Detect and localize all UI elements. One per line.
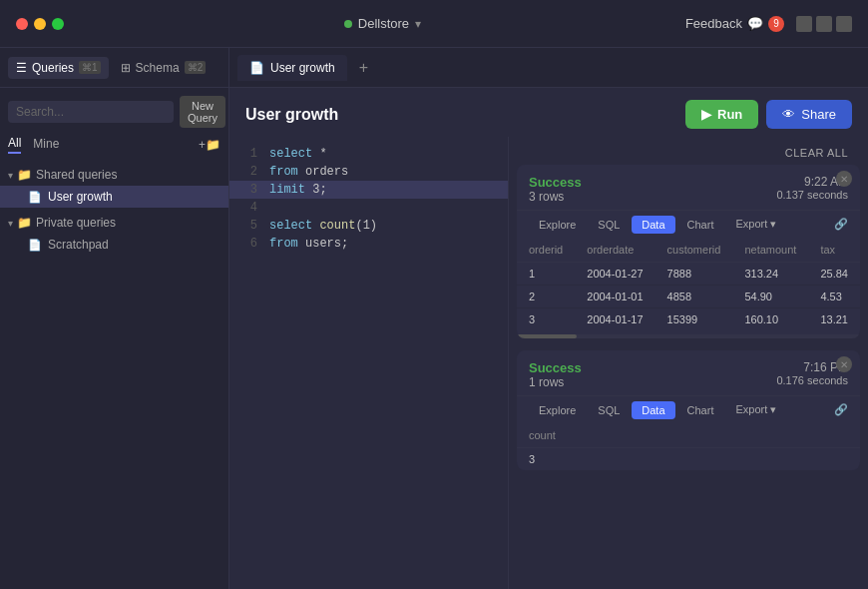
header-buttons: ▶ Run 👁 Share [685,100,852,129]
sidebar-tab-schema[interactable]: ⊞ Schema ⌘2 [113,57,215,79]
code-line-1: 1 select * [229,145,508,163]
win-ctrl-2[interactable] [816,16,832,32]
col-tax: tax [808,238,860,263]
schema-kbd: ⌘2 [185,61,207,74]
page-title: User growth [245,106,338,124]
sidebar-item-scratchpad[interactable]: 📄 Scratchpad [0,234,228,256]
scratchpad-icon: 📄 [28,239,42,252]
close-traffic-light[interactable] [16,18,28,30]
result-1-tab-data[interactable]: Data [632,216,674,234]
sidebar-item-user-growth[interactable]: 📄 User growth [0,186,228,208]
db-name[interactable]: Dellstore [358,16,409,31]
result-1-tab-link[interactable]: 🔗 [834,218,848,231]
queries-icon: ☰ [16,61,27,75]
code-line-5: 5 select count(1) [229,217,508,235]
result-1-status: Success [529,175,582,190]
queries-tab-label: Queries [32,61,74,75]
cell: 313.24 [732,263,808,286]
share-button[interactable]: 👁 Share [766,100,852,129]
result-2-tab-chart[interactable]: Chart [677,401,724,419]
result-1-tab-chart[interactable]: Chart [677,216,724,234]
table-row: 1 2004-01-27 7888 313.24 25.84 [517,263,860,286]
maximize-traffic-light[interactable] [52,18,64,30]
code-line-4: 4 [229,199,508,217]
shared-queries-header[interactable]: ▾ 📁 Shared queries [0,164,228,186]
result-1-rows: 3 rows [529,190,582,204]
result-2-tab-export[interactable]: Export ▾ [725,400,786,419]
private-queries-header[interactable]: ▾ 📁 Private queries [0,212,228,234]
shared-queries-section: ▾ 📁 Shared queries 📄 User growth [0,164,228,208]
private-queries-label: Private queries [36,216,116,230]
result-block-2: ✕ Success 1 rows 7:16 PM 0.176 seconds E… [517,350,860,470]
content-area: 📄 User growth + User growth ▶ Run 👁 Shar… [229,48,868,589]
result-1-table: orderid orderdate customerid netamount t… [517,238,860,330]
code-editor[interactable]: 1 select * 2 from orders 3 limit 3; 4 5 [229,137,509,589]
cell: 3 [517,448,860,471]
line-num-6: 6 [237,235,257,253]
cell: 4.53 [808,286,860,308]
result-2-tab-data[interactable]: Data [632,401,674,419]
result-1-header: Success 3 rows 9:22 AM 0.137 seconds [517,165,860,210]
cell: 2004-01-27 [575,263,654,286]
table-row: 3 [517,448,860,471]
filter-tab-all[interactable]: All [8,136,21,154]
db-dropdown-icon[interactable]: ▾ [415,17,421,31]
minimize-traffic-light[interactable] [34,18,46,30]
sidebar-tab-queries[interactable]: ☰ Queries ⌘1 [8,57,109,79]
table-row: 2 2004-01-01 4858 54.90 4.53 [517,286,860,308]
cell: 3 [517,308,575,331]
result-1-close-button[interactable]: ✕ [836,171,852,187]
code-line-2: 2 from orders [229,163,508,181]
scroll-thumb-1[interactable] [517,334,577,338]
user-growth-label: User growth [48,190,113,204]
result-2-tab-link[interactable]: 🔗 [834,403,848,416]
col-netamount: netamount [732,238,808,263]
code-line-6: 6 from users; [229,235,508,253]
schema-tab-label: Schema [136,61,180,75]
feedback-button[interactable]: Feedback 💬 9 [685,16,784,32]
col-orderdate: orderdate [575,238,654,263]
result-1-tab-export[interactable]: Export ▾ [725,215,786,234]
cell: 25.84 [808,263,860,286]
cell: 54.90 [732,286,808,308]
add-tab-button[interactable]: + [351,55,376,81]
result-2-rows: 1 rows [529,375,582,389]
result-2-tab-sql[interactable]: SQL [588,401,630,419]
main-layout: ☰ Queries ⌘1 ⊞ Schema ⌘2 New Query All M… [0,48,868,589]
share-label: Share [801,107,836,122]
window-controls [796,16,852,32]
sidebar-tab-bar: ☰ Queries ⌘1 ⊞ Schema ⌘2 [0,48,228,88]
sidebar-tree: ▾ 📁 Shared queries 📄 User growth ▾ 📁 Pri… [0,160,228,589]
search-input[interactable] [8,101,174,123]
filter-tabs: All Mine +📁 [0,136,228,160]
share-icon: 👁 [782,107,795,122]
table-row: 3 2004-01-17 15399 160.10 13.21 [517,308,860,331]
tab-user-growth[interactable]: 📄 User growth [237,55,347,81]
col-count: count [517,423,860,448]
filter-tab-mine[interactable]: Mine [33,137,59,153]
cell: 1 [517,263,575,286]
new-query-button[interactable]: New Query [180,96,225,128]
query-header: User growth ▶ Run 👁 Share [229,88,868,137]
line-num-2: 2 [237,163,257,181]
win-ctrl-1[interactable] [796,16,812,32]
clear-all-button[interactable]: CLEAR ALL [777,145,856,163]
win-ctrl-3[interactable] [836,16,852,32]
result-1-tab-sql[interactable]: SQL [588,216,630,234]
results-pane: CLEAR ALL ✕ Success 3 rows 9:22 AM 0.137… [509,137,868,589]
line-num-1: 1 [237,145,257,163]
result-2-tab-explore[interactable]: Explore [529,401,586,419]
clear-all-area: CLEAR ALL [517,145,860,165]
add-folder-button[interactable]: +📁 [199,138,220,152]
result-2-left: Success 1 rows [529,360,582,389]
result-2-close-button[interactable]: ✕ [836,356,852,372]
cell: 2004-01-01 [575,286,654,308]
run-button[interactable]: ▶ Run [685,100,758,129]
feedback-badge: 9 [768,16,784,32]
result-2-tabs: Explore SQL Data Chart Export ▾ 🔗 [517,395,860,423]
feedback-label: Feedback [685,16,742,31]
line-num-4: 4 [237,199,257,217]
result-1-tab-explore[interactable]: Explore [529,216,586,234]
tab-file-icon: 📄 [249,61,264,75]
cell: 15399 [655,308,733,331]
